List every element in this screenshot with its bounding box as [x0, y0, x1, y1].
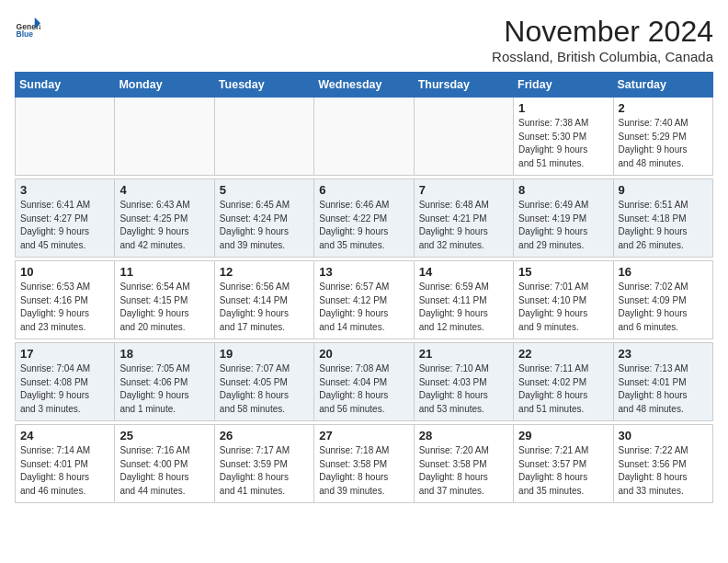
day-info: Sunrise: 7:21 AM Sunset: 3:57 PM Dayligh… — [518, 444, 608, 498]
day-info: Sunrise: 6:59 AM Sunset: 4:11 PM Dayligh… — [419, 281, 508, 334]
day-number: 19 — [220, 347, 309, 361]
day-number: 23 — [619, 347, 708, 361]
calendar-day-cell — [16, 98, 115, 176]
day-info: Sunrise: 6:48 AM Sunset: 4:21 PM Dayligh… — [419, 199, 508, 252]
logo: General Blue — [15, 15, 40, 40]
calendar-table: SundayMondayTuesdayWednesdayThursdayFrid… — [15, 72, 713, 503]
calendar-day-cell: 12Sunrise: 6:56 AM Sunset: 4:14 PM Dayli… — [214, 261, 313, 339]
day-info: Sunrise: 6:56 AM Sunset: 4:14 PM Dayligh… — [220, 281, 309, 334]
day-info: Sunrise: 6:53 AM Sunset: 4:16 PM Dayligh… — [20, 281, 109, 334]
day-of-week-header: Thursday — [414, 73, 513, 98]
day-number: 14 — [419, 265, 508, 279]
month-title: November 2024 — [492, 15, 713, 49]
day-number: 16 — [619, 265, 708, 279]
day-number: 28 — [419, 429, 508, 442]
calendar-week-row: 10Sunrise: 6:53 AM Sunset: 4:16 PM Dayli… — [16, 261, 713, 339]
calendar-day-cell: 17Sunrise: 7:04 AM Sunset: 4:08 PM Dayli… — [16, 343, 115, 421]
calendar-day-cell: 18Sunrise: 7:05 AM Sunset: 4:06 PM Dayli… — [115, 343, 214, 421]
calendar-day-cell — [214, 98, 313, 176]
day-number: 12 — [220, 265, 309, 279]
day-number: 17 — [20, 347, 109, 361]
day-number: 15 — [518, 265, 608, 279]
calendar-day-cell: 28Sunrise: 7:20 AM Sunset: 3:58 PM Dayli… — [414, 425, 513, 503]
logo-icon: General Blue — [15, 15, 40, 40]
day-info: Sunrise: 6:54 AM Sunset: 4:15 PM Dayligh… — [119, 281, 209, 334]
calendar-day-cell: 26Sunrise: 7:17 AM Sunset: 3:59 PM Dayli… — [214, 425, 313, 503]
location: Rossland, British Columbia, Canada — [492, 49, 713, 64]
day-number: 29 — [518, 429, 608, 442]
day-number: 25 — [119, 429, 209, 442]
calendar-day-cell: 23Sunrise: 7:13 AM Sunset: 4:01 PM Dayli… — [613, 343, 712, 421]
day-info: Sunrise: 6:57 AM Sunset: 4:12 PM Dayligh… — [319, 281, 408, 334]
day-info: Sunrise: 7:08 AM Sunset: 4:04 PM Dayligh… — [319, 362, 408, 416]
calendar-week-row: 1Sunrise: 7:38 AM Sunset: 5:30 PM Daylig… — [16, 98, 713, 176]
day-number: 27 — [319, 429, 408, 442]
day-number: 9 — [619, 183, 708, 197]
day-number: 3 — [20, 183, 109, 197]
day-info: Sunrise: 7:38 AM Sunset: 5:30 PM Dayligh… — [518, 117, 608, 170]
day-info: Sunrise: 6:49 AM Sunset: 4:19 PM Dayligh… — [518, 199, 608, 252]
day-of-week-header: Saturday — [613, 73, 712, 98]
day-number: 18 — [119, 347, 209, 361]
day-info: Sunrise: 6:46 AM Sunset: 4:22 PM Dayligh… — [319, 199, 408, 252]
calendar-day-cell: 1Sunrise: 7:38 AM Sunset: 5:30 PM Daylig… — [514, 98, 613, 176]
calendar-day-cell: 16Sunrise: 7:02 AM Sunset: 4:09 PM Dayli… — [613, 261, 712, 339]
day-info: Sunrise: 7:20 AM Sunset: 3:58 PM Dayligh… — [419, 444, 508, 498]
day-info: Sunrise: 6:45 AM Sunset: 4:24 PM Dayligh… — [220, 199, 309, 252]
calendar-day-cell: 27Sunrise: 7:18 AM Sunset: 3:58 PM Dayli… — [314, 425, 414, 503]
day-number: 10 — [20, 265, 109, 279]
calendar-day-cell: 11Sunrise: 6:54 AM Sunset: 4:15 PM Dayli… — [115, 261, 214, 339]
day-number: 2 — [619, 101, 708, 115]
day-number: 4 — [119, 183, 209, 197]
page-header: General Blue November 2024 Rossland, Bri… — [15, 15, 713, 64]
calendar-day-cell: 20Sunrise: 7:08 AM Sunset: 4:04 PM Dayli… — [314, 343, 414, 421]
day-of-week-header: Friday — [514, 73, 613, 98]
day-number: 22 — [518, 347, 608, 361]
day-of-week-header: Tuesday — [214, 73, 313, 98]
calendar-day-cell: 22Sunrise: 7:11 AM Sunset: 4:02 PM Dayli… — [514, 343, 613, 421]
calendar-week-row: 17Sunrise: 7:04 AM Sunset: 4:08 PM Dayli… — [16, 343, 713, 421]
day-number: 24 — [20, 429, 109, 442]
calendar-week-row: 3Sunrise: 6:41 AM Sunset: 4:27 PM Daylig… — [16, 179, 713, 258]
day-info: Sunrise: 7:16 AM Sunset: 4:00 PM Dayligh… — [119, 444, 209, 498]
calendar-body: 1Sunrise: 7:38 AM Sunset: 5:30 PM Daylig… — [16, 98, 713, 503]
calendar-day-cell: 2Sunrise: 7:40 AM Sunset: 5:29 PM Daylig… — [613, 98, 712, 176]
calendar-day-cell: 8Sunrise: 6:49 AM Sunset: 4:19 PM Daylig… — [514, 179, 613, 258]
calendar-day-cell: 5Sunrise: 6:45 AM Sunset: 4:24 PM Daylig… — [214, 179, 313, 258]
calendar-day-cell: 10Sunrise: 6:53 AM Sunset: 4:16 PM Dayli… — [16, 261, 115, 339]
day-number: 13 — [319, 265, 408, 279]
calendar-day-cell: 3Sunrise: 6:41 AM Sunset: 4:27 PM Daylig… — [16, 179, 115, 258]
title-block: November 2024 Rossland, British Columbia… — [492, 15, 713, 64]
svg-text:Blue: Blue — [17, 29, 34, 39]
calendar-day-cell: 21Sunrise: 7:10 AM Sunset: 4:03 PM Dayli… — [414, 343, 513, 421]
day-number: 6 — [319, 183, 408, 197]
day-info: Sunrise: 6:51 AM Sunset: 4:18 PM Dayligh… — [619, 199, 708, 252]
day-number: 8 — [518, 183, 608, 197]
day-info: Sunrise: 7:13 AM Sunset: 4:01 PM Dayligh… — [619, 362, 708, 416]
day-info: Sunrise: 6:41 AM Sunset: 4:27 PM Dayligh… — [20, 199, 109, 252]
day-info: Sunrise: 7:04 AM Sunset: 4:08 PM Dayligh… — [20, 362, 109, 416]
day-info: Sunrise: 7:05 AM Sunset: 4:06 PM Dayligh… — [119, 362, 209, 416]
days-of-week-row: SundayMondayTuesdayWednesdayThursdayFrid… — [16, 73, 713, 98]
calendar-day-cell: 14Sunrise: 6:59 AM Sunset: 4:11 PM Dayli… — [414, 261, 513, 339]
day-info: Sunrise: 7:07 AM Sunset: 4:05 PM Dayligh… — [220, 362, 309, 416]
day-info: Sunrise: 6:43 AM Sunset: 4:25 PM Dayligh… — [119, 199, 209, 252]
day-info: Sunrise: 7:11 AM Sunset: 4:02 PM Dayligh… — [518, 362, 608, 416]
day-info: Sunrise: 7:22 AM Sunset: 3:56 PM Dayligh… — [619, 444, 708, 498]
day-info: Sunrise: 7:14 AM Sunset: 4:01 PM Dayligh… — [20, 444, 109, 498]
calendar-day-cell: 29Sunrise: 7:21 AM Sunset: 3:57 PM Dayli… — [514, 425, 613, 503]
day-info: Sunrise: 7:40 AM Sunset: 5:29 PM Dayligh… — [619, 117, 708, 170]
day-number: 1 — [518, 101, 608, 115]
day-number: 7 — [419, 183, 508, 197]
day-info: Sunrise: 7:18 AM Sunset: 3:58 PM Dayligh… — [319, 444, 408, 498]
day-number: 21 — [419, 347, 508, 361]
day-number: 26 — [220, 429, 309, 442]
day-number: 11 — [119, 265, 209, 279]
calendar-day-cell: 6Sunrise: 6:46 AM Sunset: 4:22 PM Daylig… — [314, 179, 414, 258]
day-of-week-header: Monday — [115, 73, 214, 98]
calendar-day-cell — [115, 98, 214, 176]
calendar-day-cell: 30Sunrise: 7:22 AM Sunset: 3:56 PM Dayli… — [613, 425, 712, 503]
day-info: Sunrise: 7:01 AM Sunset: 4:10 PM Dayligh… — [518, 281, 608, 334]
day-of-week-header: Sunday — [16, 73, 115, 98]
day-number: 30 — [619, 429, 708, 442]
